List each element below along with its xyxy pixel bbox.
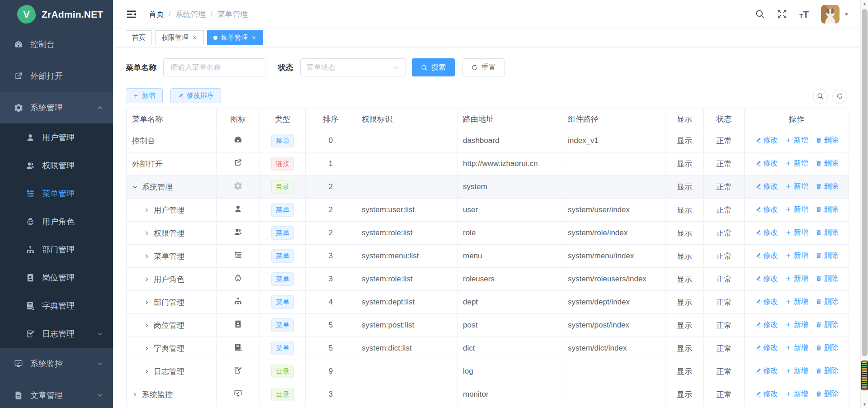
- app-logo[interactable]: V ZrAdmin.NET: [0, 0, 113, 28]
- delete-link[interactable]: 删除: [816, 343, 839, 353]
- action-label: 新增: [794, 251, 808, 261]
- delete-link[interactable]: 删除: [816, 205, 839, 214]
- delete-link[interactable]: 删除: [816, 228, 839, 237]
- add-link[interactable]: 新增: [785, 182, 808, 191]
- delete-link[interactable]: 删除: [816, 159, 839, 168]
- edit-link[interactable]: 修改: [755, 366, 778, 376]
- trash-icon: [816, 322, 822, 328]
- add-link[interactable]: 新增: [785, 297, 808, 307]
- scrollbar-up-arrow[interactable]: ▲: [861, 0, 868, 7]
- sidebar-item-label: 控制台: [30, 39, 55, 50]
- sidebar-item-12[interactable]: 文章管理: [0, 380, 113, 408]
- sort-cell: 5: [306, 314, 356, 337]
- edit-sort-button[interactable]: 修改排序: [170, 88, 221, 103]
- delete-link[interactable]: 删除: [816, 274, 839, 284]
- font-size-icon[interactable]: TT: [799, 9, 809, 19]
- edit-link[interactable]: 修改: [755, 343, 778, 353]
- delete-link[interactable]: 删除: [816, 389, 839, 399]
- search-button[interactable]: 搜索: [412, 58, 455, 76]
- add-link[interactable]: 新增: [785, 366, 808, 376]
- close-icon[interactable]: [192, 35, 198, 41]
- chevron-right-icon[interactable]: [144, 253, 154, 259]
- add-link[interactable]: 新增: [785, 343, 808, 353]
- add-link[interactable]: 新增: [785, 251, 808, 261]
- caret-down-icon: [844, 11, 849, 17]
- delete-link[interactable]: 删除: [816, 182, 839, 191]
- tab-0[interactable]: 首页: [126, 30, 152, 45]
- edit-link[interactable]: 修改: [755, 136, 778, 145]
- sidebar-item-6[interactable]: 用户角色: [0, 208, 113, 236]
- user-menu[interactable]: [821, 5, 849, 24]
- chevron-down-icon[interactable]: [132, 184, 142, 190]
- sidebar-item-10[interactable]: 日志管理: [0, 320, 113, 348]
- edit-link[interactable]: 修改: [755, 320, 778, 330]
- delete-link[interactable]: 删除: [816, 366, 839, 376]
- delete-link[interactable]: 删除: [816, 297, 839, 307]
- perm-cell: [356, 176, 458, 199]
- reset-button[interactable]: 重置: [462, 58, 505, 76]
- actions-cell: 修改新增删除: [745, 291, 849, 314]
- sidebar-item-5[interactable]: 菜单管理: [0, 180, 113, 208]
- add-link[interactable]: 新增: [785, 274, 808, 284]
- chevron-right-icon[interactable]: [144, 369, 154, 375]
- tab-1[interactable]: 权限管理: [155, 30, 204, 45]
- search-icon[interactable]: [755, 9, 765, 19]
- add-link[interactable]: 新增: [785, 389, 808, 399]
- edit-link[interactable]: 修改: [755, 205, 778, 214]
- sidebar-item-8[interactable]: 岗位管理: [0, 264, 113, 292]
- action-label: 删除: [824, 182, 839, 191]
- delete-link[interactable]: 删除: [816, 136, 839, 145]
- add-link[interactable]: 新增: [785, 228, 808, 237]
- delete-link[interactable]: 删除: [816, 320, 839, 330]
- chevron-right-icon[interactable]: [144, 346, 154, 351]
- sidebar-item-0[interactable]: 控制台: [0, 28, 113, 60]
- add-link[interactable]: 新增: [785, 136, 808, 145]
- edit-link[interactable]: 修改: [755, 251, 778, 261]
- add-link[interactable]: 新增: [785, 205, 808, 214]
- edit-link[interactable]: 修改: [755, 297, 778, 307]
- edit-icon: [755, 345, 761, 351]
- edit-link[interactable]: 修改: [755, 159, 778, 168]
- perm-cell: system:user:list: [356, 199, 458, 222]
- chevron-right-icon[interactable]: [132, 392, 142, 398]
- page-scrollbar[interactable]: ▲ ▼: [860, 0, 868, 408]
- fullscreen-icon[interactable]: [777, 9, 787, 19]
- visible-cell: 显示: [665, 222, 704, 245]
- scrollbar-down-arrow[interactable]: ▼: [861, 401, 868, 408]
- show-search-button[interactable]: [813, 89, 828, 104]
- sidebar-collapse-icon[interactable]: [126, 9, 137, 20]
- add-button[interactable]: 新增: [126, 88, 163, 103]
- refresh-table-button[interactable]: [832, 89, 847, 104]
- sidebar-item-9[interactable]: 字典管理: [0, 292, 113, 320]
- table-row-8: 岗位管理菜单5system:post:listpostsystem/post/i…: [127, 314, 849, 337]
- edit-link[interactable]: 修改: [755, 274, 778, 284]
- delete-link[interactable]: 删除: [816, 251, 839, 261]
- chevron-right-icon[interactable]: [144, 207, 154, 213]
- chevron-right-icon[interactable]: [144, 276, 154, 282]
- tab-2[interactable]: 菜单管理: [207, 30, 263, 45]
- edit-link[interactable]: 修改: [755, 228, 778, 237]
- avatar[interactable]: [821, 5, 840, 24]
- action-label: 新增: [794, 136, 808, 145]
- status-select[interactable]: 菜单状态: [300, 58, 406, 76]
- sidebar-item-3[interactable]: 用户管理: [0, 123, 113, 152]
- sidebar-item-4[interactable]: 权限管理: [0, 152, 113, 180]
- sidebar-item-1[interactable]: 外部打开: [0, 60, 113, 92]
- chevron-right-icon[interactable]: [144, 230, 154, 236]
- edit-link[interactable]: 修改: [755, 389, 778, 399]
- add-link[interactable]: 新增: [785, 159, 808, 168]
- scrollbar-thumb[interactable]: [862, 9, 868, 356]
- menu-name-input[interactable]: [163, 58, 265, 76]
- sort-cell: 3: [306, 245, 356, 268]
- sidebar-item-7[interactable]: 部门管理: [0, 236, 113, 264]
- sidebar-item-11[interactable]: 系统监控: [0, 348, 113, 380]
- id-badge-icon: [25, 273, 35, 282]
- actions-cell: 修改新增删除: [745, 383, 849, 406]
- chevron-right-icon[interactable]: [144, 323, 154, 328]
- chevron-right-icon[interactable]: [144, 299, 154, 305]
- close-icon[interactable]: [251, 35, 257, 41]
- edit-link[interactable]: 修改: [755, 182, 778, 191]
- sidebar-item-2[interactable]: 系统管理: [0, 92, 113, 123]
- breadcrumb-item-0[interactable]: 首页: [149, 9, 164, 19]
- add-link[interactable]: 新增: [785, 320, 808, 330]
